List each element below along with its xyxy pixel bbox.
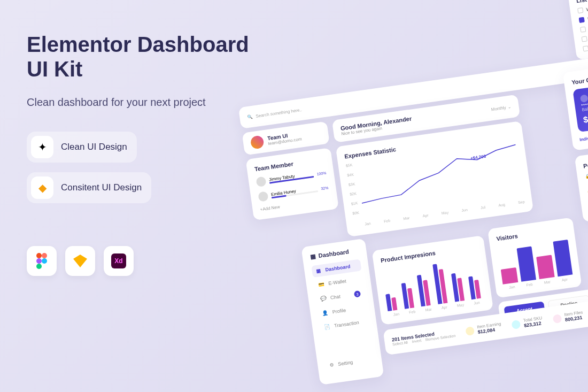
sketch-icon [65, 246, 95, 276]
popular-items-panel: Populer Items 🔒Best OffCheck th🔒InvoiceW… [575, 144, 588, 222]
nav-icon: 💬 [320, 296, 326, 302]
checkbox-icon[interactable] [583, 45, 588, 51]
search-icon: 🔍 [247, 114, 253, 119]
feature-clean: ✦ Clean UI Design [27, 132, 137, 163]
svg-point-3 [42, 258, 47, 264]
nav-icon: ▦ [316, 268, 321, 274]
invert-link[interactable]: Invert [412, 339, 421, 343]
nav-icon: 👤 [322, 310, 328, 316]
tab-individuals[interactable]: Individuals [579, 134, 588, 142]
nav-icon: 📄 [324, 324, 330, 329]
impressions-chart: Product Impresions JanFebMarAprMayJun [372, 235, 493, 325]
search-input[interactable]: 🔍 Search something here.. [247, 107, 302, 119]
box-icon [512, 319, 521, 329]
svg-point-0 [36, 253, 42, 258]
period-filter[interactable]: Monthly⌄ [491, 104, 512, 112]
figma-icon [27, 246, 57, 276]
checkbox-icon[interactable] [577, 7, 583, 13]
your-card-panel: Your Card •••• •••• •••• •••• Balance $2… [563, 61, 588, 151]
stat-sku: Total SKU$23,312 [512, 316, 544, 330]
gear-icon: ⚙ [329, 362, 334, 368]
visitors-chart: Visitors JanFebMarApr [488, 217, 582, 298]
chevron-down-icon: ⌄ [507, 104, 512, 110]
stat-earning: Item Earning$12,084 [465, 321, 502, 336]
checkbox-icon[interactable] [580, 27, 586, 33]
list-product-panel: List Product WebsiteMobile ApDashboaSoft… [568, 0, 588, 60]
dollar-icon [465, 326, 475, 336]
credit-card[interactable]: •••• •••• •••• •••• Balance $2,432,864 [572, 80, 588, 133]
sidebar-item-setting[interactable]: ⚙Setting [324, 353, 375, 372]
checkbox-icon[interactable] [579, 17, 585, 23]
xd-icon: Xd [104, 246, 134, 276]
feature-consistent: ◆ Consitent UI Design [27, 172, 151, 203]
svg-point-2 [36, 258, 42, 264]
lock-icon: 🔒 [585, 174, 588, 184]
team-member-panel: Team Member Jimmy Tabuty100%Emilia Huney… [245, 148, 338, 220]
svg-point-4 [36, 264, 42, 269]
folder-icon [553, 314, 562, 324]
svg-point-1 [42, 253, 47, 258]
stat-files: Item Files800,231 [552, 310, 584, 324]
sparkle-icon: ✦ [31, 136, 53, 158]
logo-icon: ▦ [310, 253, 316, 260]
layers-icon: ◆ [31, 176, 53, 199]
sidebar: ▦Dashboard ▦Dashboard💳E-Wallet💬Chat3👤Pro… [301, 239, 384, 385]
checkbox-icon[interactable] [582, 36, 587, 42]
nav-icon: 💳 [318, 281, 324, 287]
